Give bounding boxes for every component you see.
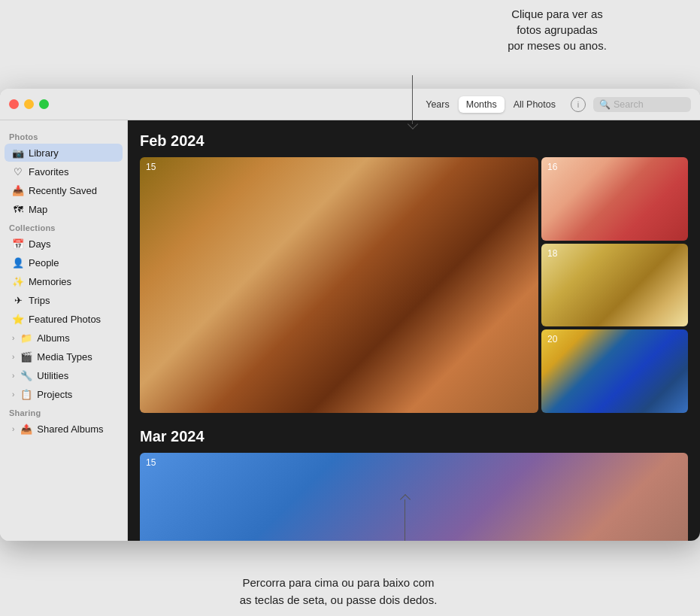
maximize-button[interactable] <box>39 99 49 109</box>
feb-side-photo-3[interactable]: 20 <box>541 329 688 413</box>
shared-albums-chevron: › <box>12 425 14 433</box>
feb-side-photos: 16 18 20 <box>541 157 688 413</box>
beach-photo <box>140 453 688 541</box>
callout-bottom-line <box>405 499 405 541</box>
minimize-button[interactable] <box>24 99 34 109</box>
sidebar-item-trips[interactable]: ✈ Trips <box>5 291 123 309</box>
favorites-icon: ♡ <box>12 165 24 178</box>
sidebar-label-media-types: Media Types <box>37 351 92 363</box>
sidebar-item-recently-saved[interactable]: 📥 Recently Saved <box>5 181 123 199</box>
media-types-icon: 🎬 <box>20 350 32 363</box>
search-icon: 🔍 <box>599 99 611 110</box>
callout-top-line <box>412 75 413 124</box>
feb-side-num-3: 20 <box>547 334 557 344</box>
month-section-feb2024: Feb 2024 15 16 18 <box>140 132 688 413</box>
sidebar-label-featured-photos: Featured Photos <box>29 314 101 325</box>
projects-icon: 📋 <box>20 388 32 400</box>
feb-side-num-2: 18 <box>547 248 557 259</box>
sidebar-label-albums: Albums <box>37 332 69 344</box>
feb-side-photo-2[interactable]: 18 <box>541 244 688 327</box>
utilities-icon: 🔧 <box>20 369 32 381</box>
callout-bottom-text: Percorra para cima ou para baixo comas t… <box>240 576 438 606</box>
sidebar-section-sharing: Sharing <box>0 404 127 419</box>
sidebar-label-projects: Projects <box>37 389 72 400</box>
sidebar-item-utilities[interactable]: › 🔧 Utilities <box>5 366 123 384</box>
sidebar-item-favorites[interactable]: ♡ Favorites <box>5 162 123 181</box>
sidebar-label-memories: Memories <box>29 276 71 287</box>
feb-side-photo-1[interactable]: 16 <box>541 157 688 241</box>
tab-all-photos[interactable]: All Photos <box>506 96 563 113</box>
mar-main-num: 15 <box>146 457 156 468</box>
month-label-mar2024: Mar 2024 <box>140 428 688 445</box>
callout-top-text: Clique para ver asfotos agrupadaspor mes… <box>508 8 607 52</box>
days-icon: 📅 <box>12 238 24 250</box>
feb-photo-grid: 15 16 18 20 <box>140 157 688 413</box>
main-content: Photos 📷 Library ♡ Favorites 📥 Recently … <box>0 120 700 541</box>
sidebar-label-trips: Trips <box>29 295 50 306</box>
mar-photo-grid: 15 <box>140 453 688 541</box>
sidebar: Photos 📷 Library ♡ Favorites 📥 Recently … <box>0 120 128 541</box>
projects-chevron: › <box>12 390 14 399</box>
app-window: Years Months All Photos i 🔍 Search Photo… <box>0 89 700 541</box>
callout-top: Clique para ver asfotos agrupadaspor mes… <box>474 0 640 53</box>
sidebar-section-photos: Photos <box>0 128 127 143</box>
search-box[interactable]: 🔍 Search <box>593 97 691 112</box>
food-photo <box>541 244 688 327</box>
recently-saved-icon: 📥 <box>12 184 24 196</box>
sidebar-section-collections: Collections <box>0 219 127 234</box>
month-label-feb2024: Feb 2024 <box>140 132 688 150</box>
sidebar-item-projects[interactable]: › 📋 Projects <box>5 385 123 403</box>
shared-albums-icon: 📤 <box>20 423 32 435</box>
portrait-photo <box>541 329 688 413</box>
sidebar-item-people[interactable]: 👤 People <box>5 253 123 272</box>
library-icon: 📷 <box>12 147 24 159</box>
mar-main-photo[interactable]: 15 <box>140 453 688 541</box>
photo-area[interactable]: Feb 2024 15 16 18 <box>128 120 700 541</box>
search-placeholder: Search <box>614 99 644 110</box>
sidebar-label-library: Library <box>29 147 59 159</box>
feb-side-num-1: 16 <box>547 162 557 172</box>
sidebar-label-utilities: Utilities <box>37 370 68 381</box>
people-icon: 👤 <box>12 256 24 269</box>
tab-months[interactable]: Months <box>459 96 505 113</box>
media-types-chevron: › <box>12 353 14 361</box>
toolbar-tabs: Years Months All Photos i 🔍 Search <box>418 96 691 113</box>
sidebar-label-days: Days <box>29 238 51 250</box>
sidebar-item-albums[interactable]: › 📁 Albums <box>5 329 123 347</box>
cake-photo <box>541 157 688 241</box>
sidebar-label-people: People <box>29 257 59 269</box>
albums-chevron: › <box>12 334 14 342</box>
trips-icon: ✈ <box>12 294 24 306</box>
map-icon: 🗺 <box>12 203 24 215</box>
albums-icon: 📁 <box>20 332 32 344</box>
feb-main-photo[interactable]: 15 <box>140 157 538 413</box>
sidebar-label-recently-saved: Recently Saved <box>29 185 97 196</box>
close-button[interactable] <box>9 99 19 109</box>
sidebar-label-shared-albums: Shared Albums <box>37 423 103 435</box>
sidebar-item-shared-albums[interactable]: › 📤 Shared Albums <box>5 420 123 438</box>
traffic-lights <box>9 99 49 109</box>
month-section-mar2024: Mar 2024 15 <box>140 428 688 541</box>
sidebar-label-map: Map <box>29 204 47 215</box>
sidebar-item-days[interactable]: 📅 Days <box>5 235 123 253</box>
featured-photos-icon: ⭐ <box>12 313 24 325</box>
sidebar-item-featured-photos[interactable]: ⭐ Featured Photos <box>5 310 123 328</box>
sidebar-item-memories[interactable]: ✨ Memories <box>5 272 123 290</box>
memories-icon: ✨ <box>12 275 24 287</box>
callout-bottom: Percorra para cima ou para baixo comas t… <box>128 575 549 608</box>
sidebar-item-library[interactable]: 📷 Library <box>5 144 123 162</box>
tab-years[interactable]: Years <box>418 96 457 113</box>
sidebar-item-map[interactable]: 🗺 Map <box>5 200 123 218</box>
info-button[interactable]: i <box>571 97 586 112</box>
feb-main-num: 15 <box>146 162 156 172</box>
sidebar-item-media-types[interactable]: › 🎬 Media Types <box>5 347 123 366</box>
sidebar-label-favorites: Favorites <box>29 166 68 178</box>
utilities-chevron: › <box>12 372 14 380</box>
selfie-photo <box>140 157 538 413</box>
titlebar: Years Months All Photos i 🔍 Search <box>0 89 700 120</box>
